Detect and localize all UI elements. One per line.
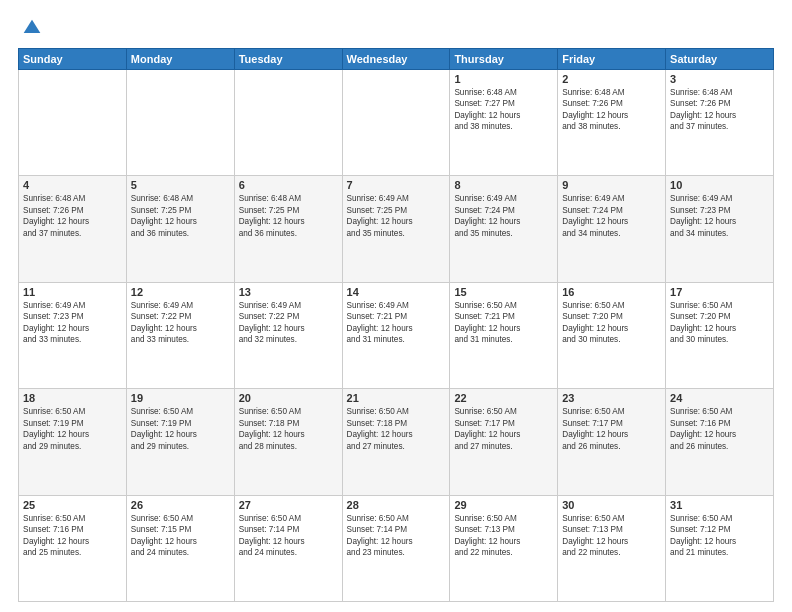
day-info: Sunrise: 6:48 AM Sunset: 7:25 PM Dayligh… — [131, 193, 230, 239]
day-info: Sunrise: 6:50 AM Sunset: 7:17 PM Dayligh… — [562, 406, 661, 452]
weekday-monday: Monday — [126, 49, 234, 70]
day-cell: 9Sunrise: 6:49 AM Sunset: 7:24 PM Daylig… — [558, 176, 666, 282]
day-info: Sunrise: 6:50 AM Sunset: 7:17 PM Dayligh… — [454, 406, 553, 452]
day-cell: 22Sunrise: 6:50 AM Sunset: 7:17 PM Dayli… — [450, 389, 558, 495]
day-number: 22 — [454, 392, 553, 404]
header — [18, 18, 774, 38]
day-info: Sunrise: 6:50 AM Sunset: 7:20 PM Dayligh… — [562, 300, 661, 346]
day-cell: 15Sunrise: 6:50 AM Sunset: 7:21 PM Dayli… — [450, 282, 558, 388]
day-number: 10 — [670, 179, 769, 191]
day-cell: 25Sunrise: 6:50 AM Sunset: 7:16 PM Dayli… — [19, 495, 127, 601]
day-info: Sunrise: 6:50 AM Sunset: 7:14 PM Dayligh… — [347, 513, 446, 559]
logo — [18, 18, 42, 38]
day-info: Sunrise: 6:50 AM Sunset: 7:13 PM Dayligh… — [562, 513, 661, 559]
day-info: Sunrise: 6:48 AM Sunset: 7:26 PM Dayligh… — [23, 193, 122, 239]
day-cell: 29Sunrise: 6:50 AM Sunset: 7:13 PM Dayli… — [450, 495, 558, 601]
day-number: 4 — [23, 179, 122, 191]
day-cell: 5Sunrise: 6:48 AM Sunset: 7:25 PM Daylig… — [126, 176, 234, 282]
day-number: 8 — [454, 179, 553, 191]
weekday-friday: Friday — [558, 49, 666, 70]
day-info: Sunrise: 6:48 AM Sunset: 7:25 PM Dayligh… — [239, 193, 338, 239]
day-cell: 16Sunrise: 6:50 AM Sunset: 7:20 PM Dayli… — [558, 282, 666, 388]
day-number: 23 — [562, 392, 661, 404]
day-cell: 14Sunrise: 6:49 AM Sunset: 7:21 PM Dayli… — [342, 282, 450, 388]
day-info: Sunrise: 6:49 AM Sunset: 7:22 PM Dayligh… — [239, 300, 338, 346]
day-number: 31 — [670, 499, 769, 511]
day-number: 11 — [23, 286, 122, 298]
day-info: Sunrise: 6:49 AM Sunset: 7:21 PM Dayligh… — [347, 300, 446, 346]
weekday-thursday: Thursday — [450, 49, 558, 70]
week-row-1: 4Sunrise: 6:48 AM Sunset: 7:26 PM Daylig… — [19, 176, 774, 282]
day-number: 17 — [670, 286, 769, 298]
page: SundayMondayTuesdayWednesdayThursdayFrid… — [0, 0, 792, 612]
day-cell: 23Sunrise: 6:50 AM Sunset: 7:17 PM Dayli… — [558, 389, 666, 495]
day-cell: 31Sunrise: 6:50 AM Sunset: 7:12 PM Dayli… — [666, 495, 774, 601]
day-number: 12 — [131, 286, 230, 298]
weekday-saturday: Saturday — [666, 49, 774, 70]
day-cell: 8Sunrise: 6:49 AM Sunset: 7:24 PM Daylig… — [450, 176, 558, 282]
day-cell: 12Sunrise: 6:49 AM Sunset: 7:22 PM Dayli… — [126, 282, 234, 388]
day-cell: 13Sunrise: 6:49 AM Sunset: 7:22 PM Dayli… — [234, 282, 342, 388]
day-info: Sunrise: 6:50 AM Sunset: 7:16 PM Dayligh… — [23, 513, 122, 559]
day-number: 3 — [670, 73, 769, 85]
day-info: Sunrise: 6:49 AM Sunset: 7:25 PM Dayligh… — [347, 193, 446, 239]
day-number: 20 — [239, 392, 338, 404]
day-info: Sunrise: 6:49 AM Sunset: 7:24 PM Dayligh… — [454, 193, 553, 239]
day-info: Sunrise: 6:50 AM Sunset: 7:14 PM Dayligh… — [239, 513, 338, 559]
day-info: Sunrise: 6:50 AM Sunset: 7:18 PM Dayligh… — [239, 406, 338, 452]
day-info: Sunrise: 6:50 AM Sunset: 7:16 PM Dayligh… — [670, 406, 769, 452]
logo-icon — [22, 18, 42, 38]
day-number: 16 — [562, 286, 661, 298]
day-number: 14 — [347, 286, 446, 298]
day-number: 21 — [347, 392, 446, 404]
weekday-sunday: Sunday — [19, 49, 127, 70]
day-info: Sunrise: 6:48 AM Sunset: 7:27 PM Dayligh… — [454, 87, 553, 133]
day-cell: 26Sunrise: 6:50 AM Sunset: 7:15 PM Dayli… — [126, 495, 234, 601]
day-number: 7 — [347, 179, 446, 191]
day-info: Sunrise: 6:50 AM Sunset: 7:19 PM Dayligh… — [131, 406, 230, 452]
day-number: 13 — [239, 286, 338, 298]
day-cell — [342, 70, 450, 176]
day-number: 25 — [23, 499, 122, 511]
svg-marker-0 — [24, 20, 41, 33]
day-number: 19 — [131, 392, 230, 404]
day-number: 6 — [239, 179, 338, 191]
day-info: Sunrise: 6:48 AM Sunset: 7:26 PM Dayligh… — [670, 87, 769, 133]
day-cell: 10Sunrise: 6:49 AM Sunset: 7:23 PM Dayli… — [666, 176, 774, 282]
day-info: Sunrise: 6:50 AM Sunset: 7:18 PM Dayligh… — [347, 406, 446, 452]
day-cell: 20Sunrise: 6:50 AM Sunset: 7:18 PM Dayli… — [234, 389, 342, 495]
day-number: 27 — [239, 499, 338, 511]
day-info: Sunrise: 6:50 AM Sunset: 7:21 PM Dayligh… — [454, 300, 553, 346]
day-cell: 4Sunrise: 6:48 AM Sunset: 7:26 PM Daylig… — [19, 176, 127, 282]
day-number: 26 — [131, 499, 230, 511]
weekday-wednesday: Wednesday — [342, 49, 450, 70]
day-cell — [19, 70, 127, 176]
week-row-2: 11Sunrise: 6:49 AM Sunset: 7:23 PM Dayli… — [19, 282, 774, 388]
day-cell: 2Sunrise: 6:48 AM Sunset: 7:26 PM Daylig… — [558, 70, 666, 176]
day-info: Sunrise: 6:50 AM Sunset: 7:13 PM Dayligh… — [454, 513, 553, 559]
day-info: Sunrise: 6:50 AM Sunset: 7:15 PM Dayligh… — [131, 513, 230, 559]
day-cell: 21Sunrise: 6:50 AM Sunset: 7:18 PM Dayli… — [342, 389, 450, 495]
day-cell: 1Sunrise: 6:48 AM Sunset: 7:27 PM Daylig… — [450, 70, 558, 176]
day-number: 2 — [562, 73, 661, 85]
day-number: 24 — [670, 392, 769, 404]
day-info: Sunrise: 6:49 AM Sunset: 7:23 PM Dayligh… — [670, 193, 769, 239]
day-cell: 7Sunrise: 6:49 AM Sunset: 7:25 PM Daylig… — [342, 176, 450, 282]
day-cell: 27Sunrise: 6:50 AM Sunset: 7:14 PM Dayli… — [234, 495, 342, 601]
day-cell: 3Sunrise: 6:48 AM Sunset: 7:26 PM Daylig… — [666, 70, 774, 176]
day-number: 1 — [454, 73, 553, 85]
week-row-0: 1Sunrise: 6:48 AM Sunset: 7:27 PM Daylig… — [19, 70, 774, 176]
week-row-3: 18Sunrise: 6:50 AM Sunset: 7:19 PM Dayli… — [19, 389, 774, 495]
day-cell: 30Sunrise: 6:50 AM Sunset: 7:13 PM Dayli… — [558, 495, 666, 601]
day-info: Sunrise: 6:49 AM Sunset: 7:24 PM Dayligh… — [562, 193, 661, 239]
day-cell — [126, 70, 234, 176]
day-info: Sunrise: 6:49 AM Sunset: 7:23 PM Dayligh… — [23, 300, 122, 346]
day-cell: 24Sunrise: 6:50 AM Sunset: 7:16 PM Dayli… — [666, 389, 774, 495]
day-info: Sunrise: 6:50 AM Sunset: 7:20 PM Dayligh… — [670, 300, 769, 346]
weekday-header-row: SundayMondayTuesdayWednesdayThursdayFrid… — [19, 49, 774, 70]
day-number: 9 — [562, 179, 661, 191]
day-number: 15 — [454, 286, 553, 298]
day-number: 29 — [454, 499, 553, 511]
day-info: Sunrise: 6:48 AM Sunset: 7:26 PM Dayligh… — [562, 87, 661, 133]
day-info: Sunrise: 6:50 AM Sunset: 7:19 PM Dayligh… — [23, 406, 122, 452]
